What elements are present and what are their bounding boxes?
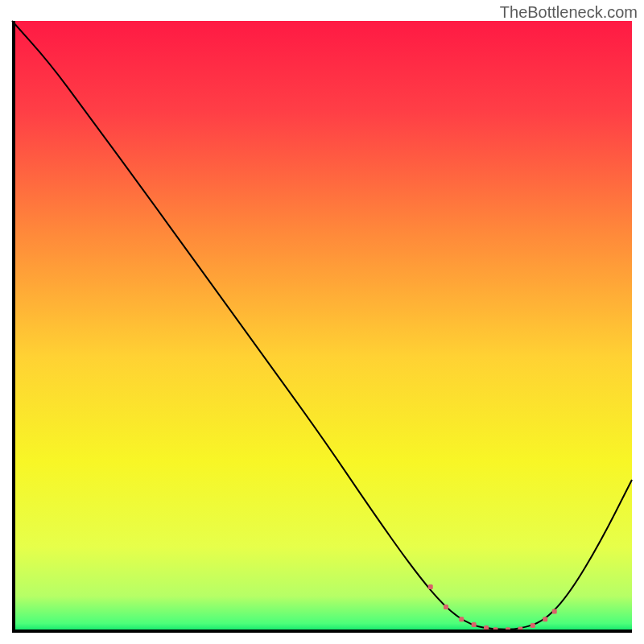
axes (12, 21, 632, 633)
watermark-text: TheBottleneck.com (500, 3, 638, 22)
chart-container: TheBottleneck.com (0, 0, 644, 644)
